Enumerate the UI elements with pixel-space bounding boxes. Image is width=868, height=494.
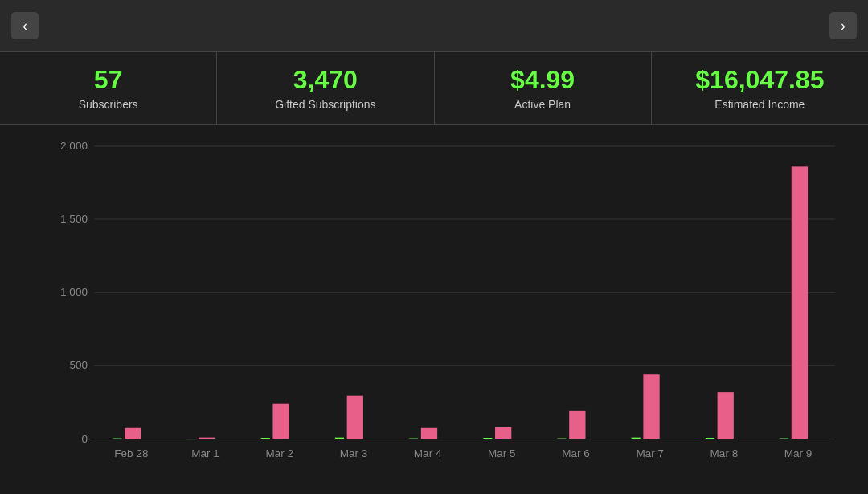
chart-area: 05001,0001,5002,000Feb 28Mar 1Mar 2Mar 3… [0,125,868,494]
stat-value-3: $16,047.85 [695,65,824,95]
svg-rect-23 [421,428,437,439]
svg-rect-17 [272,404,289,439]
svg-text:Mar 2: Mar 2 [265,447,293,459]
header: ‹ › [0,0,868,52]
svg-text:Mar 6: Mar 6 [562,447,590,459]
svg-text:Mar 7: Mar 7 [636,447,664,459]
chevron-right-icon: › [841,18,845,35]
stat-value-0: 57 [94,65,123,95]
stat-cell-2: $4.99Active Plan [435,52,652,124]
svg-rect-35 [718,392,734,439]
svg-text:2,000: 2,000 [60,140,88,152]
nav-left-button[interactable]: ‹ [11,12,39,39]
svg-text:Feb 28: Feb 28 [114,447,148,459]
chevron-left-icon: ‹ [23,18,27,35]
svg-rect-26 [495,427,511,439]
svg-rect-11 [125,428,141,439]
svg-text:0: 0 [81,433,88,445]
svg-text:Mar 1: Mar 1 [191,447,219,459]
stat-label-1: Gifted Subscriptions [275,98,375,111]
svg-rect-32 [643,374,659,439]
svg-text:500: 500 [69,359,88,371]
svg-text:Mar 5: Mar 5 [488,447,516,459]
stat-label-0: Subscribers [79,98,138,111]
stat-cell-1: 3,470Gifted Subscriptions [217,52,434,124]
svg-rect-20 [347,396,363,439]
svg-rect-38 [792,166,808,439]
svg-text:Mar 8: Mar 8 [710,447,739,459]
stat-cell-0: 57Subscribers [0,52,217,124]
bar-chart: 05001,0001,5002,000Feb 28Mar 1Mar 2Mar 3… [48,133,852,486]
stat-label-2: Active Plan [514,98,571,111]
stat-value-1: 3,470 [293,65,358,95]
svg-rect-29 [569,411,585,439]
svg-text:Mar 4: Mar 4 [414,447,442,459]
svg-text:Mar 9: Mar 9 [784,447,813,459]
svg-text:1,500: 1,500 [60,213,88,225]
svg-text:Mar 3: Mar 3 [340,447,368,459]
stats-row: 57Subscribers3,470Gifted Subscriptions$4… [0,52,868,125]
chart-inner: 05001,0001,5002,000Feb 28Mar 1Mar 2Mar 3… [48,133,852,486]
nav-right-button[interactable]: › [829,12,857,39]
stat-label-3: Estimated Income [714,98,805,111]
stat-cell-3: $16,047.85Estimated Income [652,52,868,124]
stat-value-2: $4.99 [510,65,575,95]
svg-text:1,000: 1,000 [60,286,88,298]
